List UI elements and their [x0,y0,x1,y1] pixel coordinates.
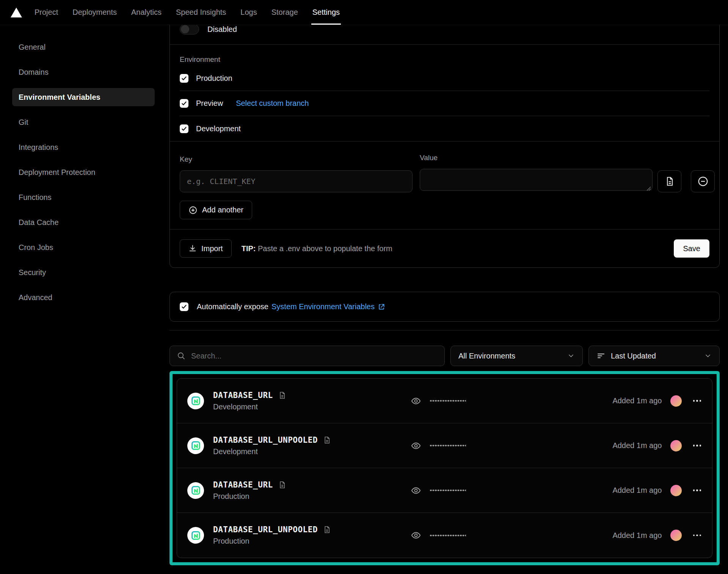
sidebar-item[interactable]: Data Cache [12,213,155,231]
plus-circle-icon [188,206,198,215]
env-var-row: DATABASE_URL_UNPOOLED Production Added 1… [177,513,712,558]
more-options-button[interactable] [692,442,702,449]
sidebar-item-label: Cron Jobs [19,243,53,252]
nav-tab[interactable]: Settings [305,0,347,25]
value-input[interactable] [420,169,653,191]
user-avatar [670,440,682,451]
neon-logo-icon [191,396,201,406]
env-var-row: DATABASE_URL Development Added 1m ago [177,379,712,423]
nav-tab[interactable]: Project [27,0,65,25]
search-box[interactable] [169,346,445,366]
section-divider [169,330,720,330]
sidebar-item[interactable]: Domains [12,63,155,81]
added-timestamp: Added 1m ago [612,486,662,495]
neon-logo-icon [191,485,201,495]
settings-sidebar: General Domains Environment Variables Gi… [0,25,155,565]
select-custom-branch-link[interactable]: Select custom branch [236,99,309,108]
sidebar-item-label: Functions [19,193,52,202]
neon-integration-badge [187,527,204,544]
more-options-button[interactable] [692,398,702,404]
disabled-toggle[interactable] [180,24,199,35]
neon-integration-badge [187,482,204,499]
external-link-icon [378,303,385,311]
filter-row: All Environments Last Updated [169,346,720,366]
neon-integration-badge [187,437,204,454]
expose-label: Automatically expose [197,302,268,311]
eye-icon[interactable] [411,530,421,541]
environment-filter-dropdown[interactable]: All Environments [450,346,583,366]
add-another-button[interactable]: Add another [180,201,252,219]
masked-value [430,400,466,402]
key-label: Key [180,155,413,164]
sidebar-item-label: Git [19,118,28,127]
save-button[interactable]: Save [674,239,709,258]
main-content: Disabled Environment Production Preview … [169,25,720,565]
sidebar-item[interactable]: Environment Variables [12,88,155,106]
eye-icon[interactable] [411,396,421,406]
environment-checkbox-row: Development [180,116,709,141]
note-icon [323,525,331,534]
annotation-highlight-box: DATABASE_URL Development Added 1m ago [169,371,720,565]
nav-tab[interactable]: Logs [233,0,264,25]
check-icon [181,75,187,81]
env-var-environment: Production [213,492,286,501]
key-input[interactable] [180,170,413,192]
sidebar-item[interactable]: Cron Jobs [12,238,155,256]
vercel-triangle-icon [11,8,22,17]
environment-checkbox[interactable] [180,74,188,83]
sidebar-item[interactable]: Git [12,113,155,131]
form-footer: Import TIP: Paste a .env above to popula… [170,230,719,267]
search-input[interactable] [191,352,438,360]
nav-tab[interactable]: Deployments [65,0,124,25]
expose-checkbox[interactable] [180,302,188,311]
vercel-logo[interactable] [0,0,27,25]
environment-checkbox[interactable] [180,99,188,108]
more-options-button[interactable] [692,487,702,494]
download-icon [188,244,197,253]
sidebar-item-label: Deployment Protection [19,168,95,177]
environment-section-label: Environment [180,55,709,64]
masked-value [430,535,466,536]
masked-value [430,445,466,447]
import-button[interactable]: Import [180,239,232,258]
nav-tab-label: Speed Insights [176,8,226,17]
toggle-knob [181,25,189,33]
chevron-down-icon [704,352,712,360]
eye-icon[interactable] [411,485,421,496]
remove-row-button[interactable] [691,170,715,192]
sidebar-item[interactable]: General [12,38,155,56]
env-var-key: DATABASE_URL_UNPOOLED [213,525,318,534]
added-timestamp: Added 1m ago [612,396,662,405]
added-timestamp: Added 1m ago [612,441,662,450]
sidebar-item[interactable]: Advanced [12,288,155,307]
sidebar-item[interactable]: Functions [12,188,155,206]
import-tip: TIP: Paste a .env above to populate the … [242,244,392,253]
nav-tab-label: Project [35,8,58,17]
sidebar-item-label: Environment Variables [19,93,100,102]
more-options-button[interactable] [692,532,702,539]
nav-tab[interactable]: Speed Insights [169,0,233,25]
eye-icon[interactable] [411,440,421,451]
sort-lines-icon [596,351,606,360]
sidebar-item[interactable]: Deployment Protection [12,163,155,181]
system-env-variables-link[interactable]: System Environment Variables [271,302,385,311]
sidebar-item-label: Security [19,268,46,277]
check-icon [181,126,187,132]
chevron-down-icon [567,352,575,360]
sidebar-item[interactable]: Security [12,263,155,281]
check-icon [181,304,187,310]
key-value-section: Key Value [170,142,719,229]
env-var-environment: Production [213,537,331,546]
env-var-form-card: Disabled Environment Production Preview … [169,10,720,268]
search-icon [177,351,186,360]
nav-tab[interactable]: Storage [264,0,305,25]
environment-checkbox[interactable] [180,124,188,133]
nav-tab-label: Deployments [72,8,117,17]
sort-dropdown[interactable]: Last Updated [588,346,720,366]
sidebar-item[interactable]: Integrations [12,138,155,156]
paste-env-button[interactable] [657,170,681,192]
nav-tab[interactable]: Analytics [124,0,169,25]
env-var-list: DATABASE_URL Development Added 1m ago [177,378,712,558]
masked-value [430,489,466,491]
added-timestamp: Added 1m ago [612,531,662,540]
